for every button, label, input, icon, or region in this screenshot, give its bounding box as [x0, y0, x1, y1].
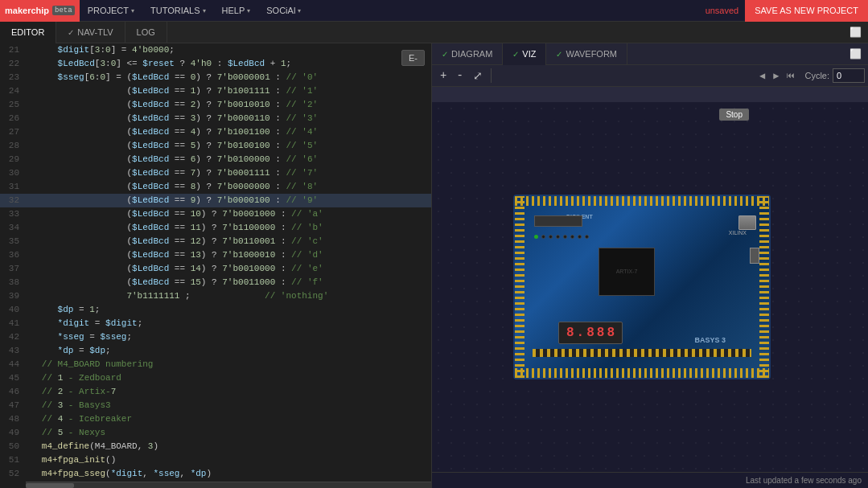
led-7: [585, 235, 589, 239]
code-line-33: 33 ($LedBcd == 10) ? 7'b0001000 : // 'a': [0, 207, 431, 221]
line-number: 30: [0, 166, 26, 180]
line-content: *digit = $digit;: [26, 317, 431, 330]
code-line-35: 35 ($LedBcd == 12) ? 7'b0110001 : // 'c': [0, 235, 431, 248]
code-line-50: 50 m4_define(M4_BOARD, 3): [0, 440, 431, 453]
zoom-out-button[interactable]: -: [451, 65, 467, 87]
tutorials-arrow-icon: ▾: [203, 7, 206, 14]
code-line-39: 39 7'b1111111 ; // 'nothing': [0, 289, 431, 303]
social-arrow-icon: ▾: [298, 7, 301, 14]
scrollbar-thumb[interactable]: [26, 483, 74, 488]
code-line-38: 38 ($LedBcd == 15) ? 7'b0011000 : // 'f': [0, 276, 431, 289]
line-number: 33: [0, 207, 26, 221]
viz-check-icon: ✓: [512, 50, 519, 59]
code-line-27: 27 ($LedBcd == 4) ? 7'b1001100 : // '4': [0, 125, 431, 139]
code-line-44: 44 // M4_BOARD numbering: [0, 358, 431, 371]
pcb-right-pins: [759, 196, 769, 378]
e-button[interactable]: E-: [401, 50, 425, 66]
line-content: $digit[3:0] = 4'b0000;: [26, 43, 431, 57]
right-expand-icon[interactable]: ⬜: [843, 48, 868, 60]
tab-editor[interactable]: EDITOR: [0, 22, 56, 43]
seg-digit-0: 8: [566, 326, 574, 340]
led-6: [578, 235, 582, 239]
nav-arrows: ◀ ▶ ⏮: [756, 65, 798, 87]
line-number: 46: [0, 385, 26, 399]
line-content: // M4_BOARD numbering: [26, 358, 431, 371]
code-line-52: 52 m4+fpga_sseg(*digit, *sseg, *dp): [0, 467, 431, 481]
line-content: ($LedBcd == 15) ? 7'b0011000 : // 'f': [26, 276, 431, 289]
logo-text: makerchip: [5, 6, 49, 15]
line-number: 22: [0, 57, 26, 71]
line-number: 52: [0, 467, 26, 481]
help-arrow-icon: ▾: [247, 7, 250, 14]
stop-tooltip: Stop: [719, 109, 749, 121]
line-content: *sseg = $sseg;: [26, 330, 431, 344]
tab-waveform[interactable]: ✓ WAVEFORM: [546, 43, 627, 65]
line-number: 27: [0, 125, 26, 139]
code-line-32: 32 ($LedBcd == 9) ? 7'b0000100 : // '9': [0, 194, 431, 207]
expand-icon[interactable]: ⬜: [843, 27, 868, 39]
zoom-in-button[interactable]: +: [435, 65, 451, 87]
nav-project[interactable]: PROJECT ▾: [80, 0, 142, 22]
led-4: [563, 235, 567, 239]
fpga-board: DIGILENT: [513, 195, 771, 379]
line-content: ($LedBcd == 2) ? 7'b0010010 : // '2': [26, 98, 431, 112]
code-line-31: 31 ($LedBcd == 8) ? 7'b0000000 : // '8': [0, 180, 431, 194]
save-project-button[interactable]: SAVE AS NEW PROJECT: [745, 0, 868, 22]
line-content: ($LedBcd == 9) ? 7'b0000100 : // '9': [26, 194, 431, 207]
line-content: // 2 - Artix-7: [26, 385, 431, 399]
nav-tutorials[interactable]: TUTORIALS ▾: [142, 0, 214, 22]
tab-log[interactable]: LOG: [125, 22, 167, 43]
line-content: ($LedBcd == 14) ? 7'b0010000 : // 'e': [26, 262, 431, 276]
statusbar: Last updated a few seconds ago: [432, 472, 868, 488]
viz-area: DIGILENT: [432, 102, 868, 472]
line-content: ($LedBcd == 3) ? 7'b0000110 : // '3': [26, 112, 431, 125]
end-button[interactable]: ⏮: [784, 65, 798, 87]
line-number: 45: [0, 371, 26, 385]
seg-digit-3: 8: [597, 326, 605, 340]
line-number: 44: [0, 358, 26, 371]
seg-digit-1: .: [577, 326, 585, 340]
code-line-26: 26 ($LedBcd == 3) ? 7'b0000110 : // '3': [0, 112, 431, 125]
code-line-40: 40 $dp = 1;: [0, 303, 431, 317]
led-5: [570, 235, 574, 239]
line-number: 34: [0, 221, 26, 235]
line-number: 23: [0, 71, 26, 84]
nav-social[interactable]: SOCiAl ▾: [258, 0, 309, 22]
line-content: 7'b1111111 ; // 'nothing': [26, 289, 431, 303]
nav-help[interactable]: HELP ▾: [214, 0, 259, 22]
tab-viz[interactable]: ✓ VIZ: [503, 43, 546, 65]
pcb-top-pins: [515, 196, 769, 206]
cycle-input[interactable]: [833, 68, 865, 83]
seg-digit-4: 8: [607, 326, 615, 340]
waveform-check-icon: ✓: [556, 50, 562, 59]
line-content: $sseg[6:0] = ($LedBcd == 0) ? 7'b0000001…: [26, 71, 431, 84]
line-content: ($LedBcd == 4) ? 7'b1001100 : // '4': [26, 125, 431, 139]
code-line-23: 23 $sseg[6:0] = ($LedBcd == 0) ? 7'b0000…: [0, 71, 431, 84]
line-number: 24: [0, 84, 26, 98]
fit-button[interactable]: ⤢: [468, 65, 487, 87]
led-2: [549, 235, 553, 239]
code-line-49: 49 // 5 - Nexys: [0, 426, 431, 440]
code-line-25: 25 ($LedBcd == 2) ? 7'b0010010 : // '2': [0, 98, 431, 112]
tab-diagram[interactable]: ✓ DIAGRAM: [432, 43, 503, 65]
code-line-41: 41 *digit = $digit;: [0, 317, 431, 330]
usb-port: [750, 248, 759, 264]
led-0: [534, 235, 538, 239]
next-button[interactable]: ▶: [770, 65, 782, 87]
leds-row: [534, 235, 589, 239]
editor-panel: 21 $digit[3:0] = 4'b0000;22 $LedBcd[3:0]…: [0, 43, 432, 488]
prev-button[interactable]: ◀: [756, 65, 768, 87]
line-number: 47: [0, 399, 26, 412]
fpga-chip: ARTIX-7: [599, 248, 655, 296]
pcb-bottom-pins: [515, 368, 769, 378]
line-content: ($LedBcd == 7) ? 7'b0001111 : // '7': [26, 166, 431, 180]
xilinx-label: XILINX: [729, 230, 747, 236]
line-number: 38: [0, 276, 26, 289]
editor-scrollbar[interactable]: [26, 482, 431, 488]
line-number: 50: [0, 440, 26, 453]
code-line-51: 51 m4+fpga_init(): [0, 453, 431, 467]
code-line-29: 29 ($LedBcd == 6) ? 7'b0100000 : // '6': [0, 153, 431, 166]
tab-nav-tlv[interactable]: ✓ NAV-TLV: [56, 22, 125, 43]
line-content: ($LedBcd == 8) ? 7'b0000000 : // '8': [26, 180, 431, 194]
line-number: 26: [0, 112, 26, 125]
